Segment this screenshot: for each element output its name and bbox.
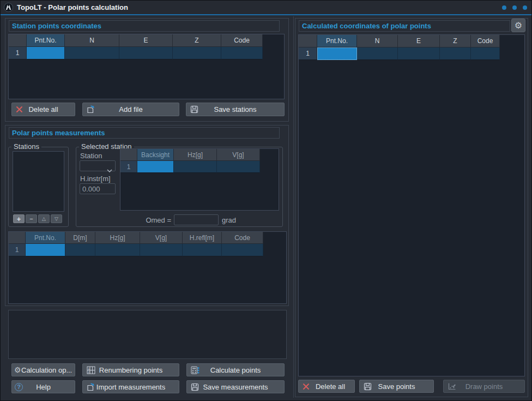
calculate-points-button[interactable]: Calculate points [186,363,285,376]
calculated-table-header: Pnt.No. N E Z Code [299,35,524,47]
cell-hz[interactable] [95,244,140,256]
calculation-options-button[interactable]: ⚙ Calculation op... [11,363,75,376]
plus-icon: + [17,216,21,223]
move-down-button[interactable]: ▽ [51,214,62,223]
window-control-dot[interactable] [523,5,527,10]
points-settings-button[interactable]: ⚙ [511,19,525,32]
window-control-dot[interactable] [502,5,506,10]
cell-code[interactable] [471,47,500,60]
omed-label: Omed = [140,216,171,224]
column-header-hrefl[interactable]: H.refl[m] [183,232,222,244]
floppy-disk-icon [190,105,198,113]
table-row: 1 [9,244,286,256]
delete-all-button[interactable]: Delete all [11,103,75,116]
column-header-v[interactable]: V[g] [140,232,183,244]
row-number[interactable]: 1 [9,47,27,59]
cell-n[interactable] [357,47,398,60]
measurements-table-header: Pnt.No. D[m] Hz[g] V[g] H.refl[m] Code [9,232,286,244]
column-header-d[interactable]: D[m] [65,232,95,244]
stations-legend: Stations [11,142,41,151]
save-points-button[interactable]: Save points [359,380,434,393]
cell-n[interactable] [65,47,119,59]
window-controls [502,1,527,14]
cell-pntno-selected[interactable] [27,47,65,59]
column-header-z[interactable]: Z [440,35,471,47]
renumbering-points-button[interactable]: 12 Renumbering points [82,363,179,376]
panel-divider [293,16,294,398]
cell-v[interactable] [140,244,183,256]
column-header-z[interactable]: Z [173,34,221,47]
measurements-table: Pnt.No. D[m] Hz[g] V[g] H.refl[m] Code 1 [8,231,287,304]
corner-header-cell[interactable] [299,35,317,47]
cell-pntno-selected[interactable] [26,244,65,256]
plot-pencil-icon [448,382,456,391]
help-button[interactable]: ? Help [11,380,75,393]
column-header-v[interactable]: V[g] [217,149,260,161]
cell-z[interactable] [173,47,221,59]
file-import-icon [87,105,95,113]
window-control-dot[interactable] [512,5,517,10]
column-header-n[interactable]: N [65,34,119,47]
cell-code[interactable] [221,47,263,59]
cell-e[interactable] [398,47,440,60]
column-header-pntno[interactable]: Pnt.No. [26,232,65,244]
remove-station-button[interactable]: − [26,214,37,223]
row-number[interactable]: 1 [120,161,137,173]
corner-header-cell[interactable] [9,34,27,47]
column-header-backsight[interactable]: Backsight [137,149,174,161]
column-header-pntno[interactable]: Pnt.No. [317,35,357,47]
cell-z[interactable] [440,47,471,60]
omed-input[interactable] [174,214,219,225]
station-table-header: Pnt.No. N E Z Code [9,34,284,47]
cell-backsight-selected[interactable] [137,161,174,173]
topolt-window: TopoLT - Polar points calculation Statio… [0,0,532,401]
triangle-up-icon: △ [42,217,46,222]
station-label: Station [80,152,102,160]
gear-icon: ⚙ [515,20,522,31]
station-table: Pnt.No. N E Z Code 1 [8,34,285,99]
column-header-pntno[interactable]: Pnt.No. [27,34,65,47]
cell-d[interactable] [65,244,95,256]
cell-hz[interactable] [174,161,217,173]
cell-pntno-selected-focused[interactable] [317,47,357,60]
row-number[interactable]: 1 [9,244,26,256]
column-header-e[interactable]: E [398,35,440,47]
cell-e[interactable] [119,47,173,59]
import-measurements-button[interactable]: Import measurements [82,380,179,393]
calculated-points-table: Pnt.No. N E Z Code 1 [298,34,525,376]
minus-icon: − [29,216,33,222]
column-header-hz[interactable]: Hz[g] [174,149,217,161]
stations-listbox[interactable] [13,151,64,212]
column-header-n[interactable]: N [357,35,398,47]
station-points-title: Station points coordinates [9,20,280,32]
hinstr-input[interactable] [80,183,116,194]
station-dropdown[interactable] [80,160,116,171]
add-station-button[interactable]: + [13,214,25,223]
save-measurements-button[interactable]: Save measurements [186,380,285,393]
corner-header-cell[interactable] [120,149,137,161]
polar-measurements-title: Polar points measurements [9,127,280,139]
move-up-button[interactable]: △ [38,214,50,223]
add-file-button[interactable]: Add file [82,103,179,116]
hinstr-label: H.instr[m] [80,175,111,183]
triangle-down-icon: ▽ [55,217,58,222]
omed-unit-label: grad [222,216,236,224]
delete-all-points-button[interactable]: Delete all [298,380,355,393]
column-header-code[interactable]: Code [221,34,263,47]
save-stations-button[interactable]: Save stations [186,103,285,116]
corner-header-cell[interactable] [9,232,26,244]
cell-v[interactable] [217,161,260,173]
output-log-panel [8,310,287,359]
draw-points-button[interactable]: Draw points [443,380,525,393]
topolt-logo-icon [4,3,13,12]
column-header-e[interactable]: E [119,34,173,47]
cell-hrefl[interactable] [183,244,222,256]
help-icon: ? [15,383,23,391]
cell-code[interactable] [222,244,263,256]
x-mark-icon [303,383,310,390]
column-header-code[interactable]: Code [471,35,500,47]
backsight-table: Backsight Hz[g] V[g] 1 [120,148,279,211]
column-header-hz[interactable]: Hz[g] [95,232,140,244]
row-number[interactable]: 1 [299,47,317,60]
column-header-code[interactable]: Code [222,232,263,244]
